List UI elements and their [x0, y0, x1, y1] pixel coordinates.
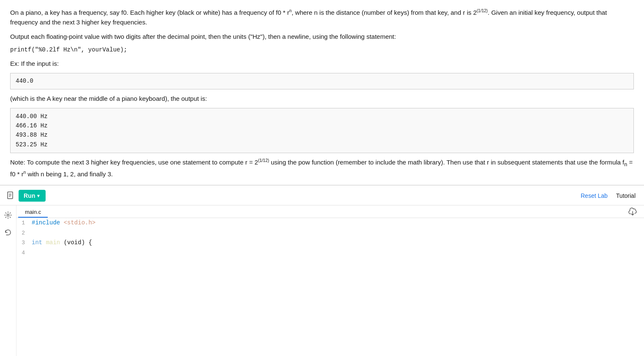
undo-icon[interactable]	[3, 228, 13, 237]
gear-icon[interactable]	[3, 210, 13, 220]
line-content-4	[32, 248, 35, 258]
description-area: On a piano, a key has a frequency, say f…	[0, 0, 644, 185]
line-number-3: 3	[16, 238, 32, 248]
tutorial-link[interactable]: Tutorial	[616, 192, 636, 199]
editor-main: main.c 1 #include	[16, 205, 644, 356]
line-number-2: 2	[16, 229, 32, 238]
output-line-4: 523.25 Hz	[16, 140, 628, 149]
svg-point-4	[7, 214, 9, 216]
code-statement: printf("%0.2lf Hz\n", yourValue);	[10, 46, 634, 55]
code-editor-lines[interactable]: 1 #include <stdio.h> 2 3	[16, 218, 644, 258]
toolbar-row: Run ▾ Reset Lab Tutorial	[0, 185, 644, 205]
code-line-4: 4	[16, 248, 644, 258]
line-number-4: 4	[16, 248, 32, 258]
example-input-value: 440.0	[16, 78, 33, 84]
main-container: On a piano, a key has a frequency, say f…	[0, 0, 644, 356]
paragraph-1: On a piano, a key has a frequency, say f…	[10, 8, 634, 27]
note-sub: n	[624, 162, 627, 167]
run-button[interactable]: Run ▾	[19, 190, 46, 202]
note-text: Note: To compute the next 3 higher key f…	[10, 157, 634, 179]
example-input-note: (which is the A key near the middle of a…	[10, 94, 634, 103]
output-line-2: 466.16 Hz	[16, 121, 628, 130]
doc-icon	[6, 191, 15, 200]
line-content-3: int main (void) {	[32, 238, 92, 248]
reset-lab-link[interactable]: Reset Lab	[581, 192, 608, 199]
toolbar-left: Run ▾	[6, 190, 46, 202]
note-exp: (1/12)	[258, 158, 269, 163]
line-content-1: #include <stdio.h>	[32, 218, 95, 228]
code-line-1: 1 #include <stdio.h>	[16, 218, 644, 228]
line-number-1: 1	[16, 218, 32, 228]
cloud-save-icon[interactable]	[628, 207, 637, 218]
example-output-box: 440.00 Hz 466.16 Hz 493.88 Hz 523.25 Hz	[10, 108, 634, 154]
file-tab-row: main.c	[16, 205, 644, 218]
editor-area: main.c 1 #include	[0, 205, 644, 356]
run-chevron: ▾	[37, 193, 40, 199]
code-line-3: 3 int main (void) {	[16, 238, 644, 248]
paragraph-2: Output each floating-point value with tw…	[10, 32, 634, 41]
code-line-2: 2	[16, 228, 644, 238]
output-line-1: 440.00 Hz	[16, 112, 628, 121]
editor-sidebar	[0, 205, 16, 356]
output-line-3: 493.88 Hz	[16, 130, 628, 140]
editor-content[interactable]: 1 #include <stdio.h> 2 3	[16, 218, 644, 258]
line-content-2	[32, 228, 35, 238]
example-input-box: 440.0	[10, 73, 634, 90]
file-tab-container: main.c	[16, 207, 48, 218]
toolbar-right: Reset Lab Tutorial	[581, 192, 636, 199]
run-label: Run	[24, 192, 35, 199]
exp-1-12: (1/12)	[477, 8, 488, 13]
file-tab[interactable]: main.c	[18, 207, 48, 218]
example-label: Ex: If the input is:	[10, 59, 634, 68]
